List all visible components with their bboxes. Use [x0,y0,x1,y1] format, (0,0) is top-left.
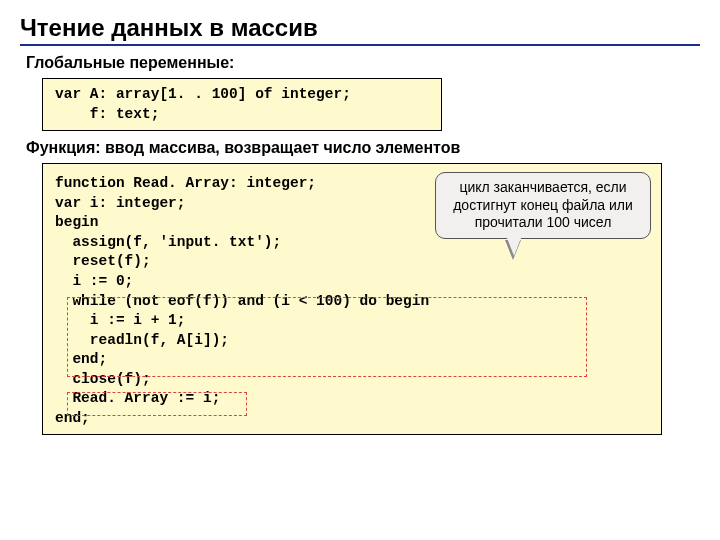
code-line: while (not eof(f)) and (i < 100) do begi… [55,292,649,312]
subhead-globals: Глобальные переменные: [26,54,700,72]
code-line: f: text; [55,105,429,125]
code-box-globals: var A: array[1. . 100] of integer; f: te… [42,78,442,131]
subhead-function: Функция: ввод массива, возвращает число … [26,139,700,157]
title-rule [20,44,700,46]
code-line: i := 0; [55,272,649,292]
code-line: reset(f); [55,252,649,272]
code-line: Read. Array := i; [55,389,649,409]
code-box-function: цикл заканчивается, если достигнут конец… [42,163,662,435]
callout-note: цикл заканчивается, если достигнут конец… [435,172,651,239]
code-line: i := i + 1; [55,311,649,331]
code-line: end; [55,350,649,370]
page-title: Чтение данных в массив [20,14,700,42]
code-line: readln(f, A[i]); [55,331,649,351]
callout-tail [507,238,521,256]
code-line: end; [55,409,649,429]
code-line: close(f); [55,370,649,390]
code-line: var A: array[1. . 100] of integer; [55,85,429,105]
